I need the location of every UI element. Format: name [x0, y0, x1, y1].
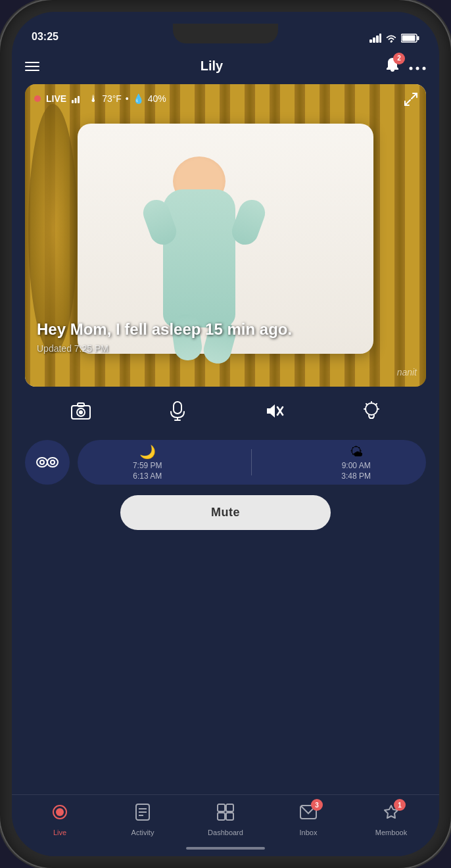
camera-view: LIVE 🌡 73°F • 💧 40%: [25, 84, 426, 387]
video-overlay-text: Hey Mom, I fell asleep 15 min ago. Updat…: [37, 319, 414, 354]
dashboard-nav-label: Dashboard: [208, 829, 243, 836]
nav-membook[interactable]: 1 Membook: [371, 803, 411, 836]
eyes-button[interactable]: [25, 440, 70, 485]
status-time: 03:25: [32, 31, 59, 43]
expand-button[interactable]: [404, 92, 418, 110]
svg-point-16: [79, 410, 83, 414]
svg-point-35: [51, 461, 54, 464]
live-nav-label: Live: [53, 829, 66, 836]
light-button[interactable]: [362, 401, 381, 425]
bulb-icon: [362, 401, 381, 421]
nanit-logo: nanit: [397, 367, 417, 377]
svg-point-9: [415, 67, 419, 70]
svg-rect-6: [402, 36, 415, 41]
status-icons: [369, 34, 419, 43]
live-indicator: LIVE 🌡 73°F • 💧 40%: [34, 93, 166, 104]
inbox-nav-label: Inbox: [300, 829, 318, 836]
decorative-item: [28, 104, 78, 354]
divider: [251, 449, 252, 475]
svg-line-29: [375, 404, 377, 405]
membook-badge: 1: [394, 799, 406, 811]
notification-button[interactable]: 2: [384, 57, 401, 76]
morning-time: 6:13 AM: [133, 471, 162, 481]
microphone-button[interactable]: [169, 401, 186, 425]
mute-button[interactable]: Mute: [120, 495, 331, 530]
svg-rect-7: [417, 36, 419, 40]
signal-icon: [369, 34, 381, 43]
nav-live[interactable]: Live: [40, 803, 80, 836]
svg-rect-17: [78, 403, 84, 406]
notch: [173, 24, 278, 43]
notification-badge: 2: [393, 53, 405, 64]
nav-inbox[interactable]: 3 Inbox: [289, 803, 328, 836]
home-indicator: [186, 847, 265, 850]
battery-icon: [401, 34, 419, 43]
dashboard-nav-icon: [216, 803, 235, 826]
phone-screen: 03:25: [12, 12, 439, 856]
inbox-nav-icon: 3: [299, 803, 318, 826]
droplet-icon: 💧: [133, 93, 144, 104]
svg-point-32: [41, 461, 43, 464]
expand-icon: [404, 92, 418, 107]
svg-point-8: [409, 67, 412, 70]
sun-icon: 🌤: [350, 445, 363, 460]
sound-toggle-button[interactable]: [264, 402, 284, 424]
svg-rect-12: [75, 98, 77, 103]
svg-rect-1: [373, 37, 375, 43]
svg-rect-45: [226, 813, 233, 820]
more-options-button[interactable]: [409, 59, 426, 74]
phone-frame: 03:25: [0, 0, 451, 868]
sleep-message: Hey Mom, I fell asleep 15 min ago.: [37, 319, 414, 339]
video-feed[interactable]: LIVE 🌡 73°F • 💧 40%: [25, 84, 426, 387]
svg-point-4: [391, 41, 392, 43]
membook-nav-icon: 1: [382, 803, 400, 826]
end-time: 3:48 PM: [341, 471, 371, 481]
activity-nav-label: Activity: [131, 829, 154, 836]
page-title: Lily: [201, 59, 223, 74]
live-label: LIVE: [46, 93, 66, 104]
dot-separator: •: [126, 93, 129, 104]
wifi-icon: [385, 34, 397, 43]
svg-point-10: [422, 67, 425, 70]
live-dot: [34, 95, 41, 102]
moon-icon: 🌙: [139, 444, 156, 460]
nav-activity[interactable]: Activity: [123, 803, 162, 836]
svg-line-28: [366, 404, 368, 405]
svg-rect-2: [376, 36, 379, 43]
night-start-time: 7:59 PM: [133, 461, 162, 470]
svg-rect-42: [218, 804, 225, 811]
camera-controls: [12, 387, 439, 440]
header-left: [25, 62, 39, 71]
environmental-data: 🌡 73°F • 💧 40%: [89, 93, 166, 104]
sleep-tracker: 🌙 7:59 PM 6:13 AM 🌤 9:00 AM 3:48 PM: [25, 440, 426, 485]
humidity-value: 40%: [148, 93, 166, 104]
baby-body: [163, 189, 235, 327]
day-segment: 🌤 9:00 AM 3:48 PM: [341, 445, 371, 481]
svg-rect-44: [218, 813, 225, 820]
inbox-badge: 3: [311, 799, 323, 811]
screenshot-button[interactable]: [71, 402, 91, 424]
more-icon: [409, 66, 426, 70]
header-right: 2: [384, 57, 426, 76]
sleep-timeline: 🌙 7:59 PM 6:13 AM 🌤 9:00 AM 3:48 PM: [78, 440, 426, 485]
thermometer-icon: 🌡: [89, 93, 98, 104]
afternoon-time: 9:00 AM: [342, 461, 371, 470]
eyes-icon: [36, 456, 59, 469]
live-nav-icon: [51, 803, 69, 826]
update-time: Updated 7:25 PM: [37, 343, 414, 354]
svg-rect-3: [379, 34, 381, 43]
mic-icon: [169, 401, 186, 421]
night-start: 🌙 7:59 PM 6:13 AM: [133, 444, 162, 481]
svg-rect-11: [72, 100, 74, 103]
camera-icon: [71, 402, 91, 420]
nav-dashboard[interactable]: Dashboard: [206, 803, 245, 836]
svg-rect-0: [369, 39, 372, 43]
temperature-value: 73°F: [102, 93, 122, 104]
svg-rect-13: [78, 96, 80, 103]
svg-rect-43: [226, 804, 233, 811]
mute-section: Mute: [25, 495, 426, 530]
sound-off-icon: [264, 402, 284, 420]
app-header: Lily 2: [12, 48, 439, 84]
signal-strength-icon: [72, 94, 83, 103]
menu-button[interactable]: [25, 62, 39, 71]
